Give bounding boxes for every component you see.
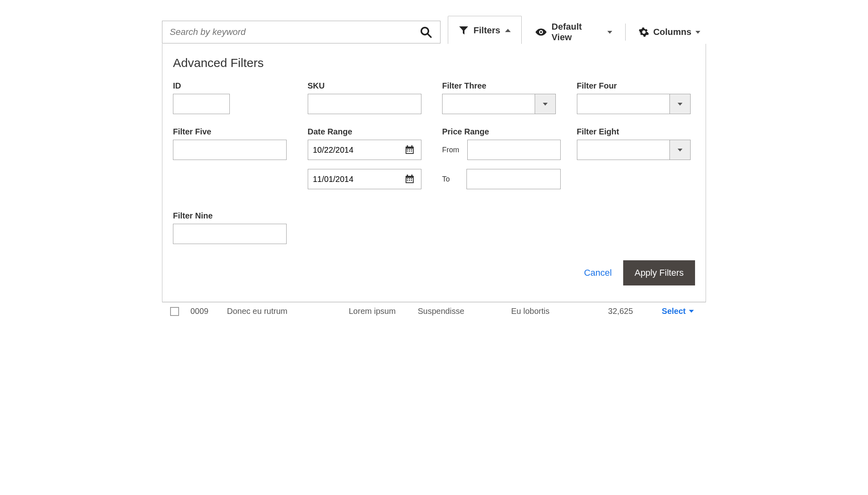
price-to-label: To bbox=[442, 175, 458, 184]
field-sku: SKU bbox=[308, 81, 426, 114]
chevron-down-icon bbox=[543, 103, 548, 106]
field-filter-three: Filter Three bbox=[442, 81, 561, 114]
table-row: 0009 Donec eu rutrum Lorem ipsum Suspend… bbox=[162, 302, 706, 316]
svg-rect-16 bbox=[407, 175, 408, 177]
filter-four-label: Filter Four bbox=[577, 81, 695, 91]
svg-rect-21 bbox=[407, 180, 408, 181]
eye-icon bbox=[535, 27, 547, 37]
svg-rect-13 bbox=[411, 151, 412, 151]
price-range-label: Price Range bbox=[442, 127, 561, 136]
filters-label: Filters bbox=[473, 25, 500, 36]
svg-line-1 bbox=[428, 34, 431, 37]
filter-eight-caret[interactable] bbox=[669, 140, 691, 160]
cancel-button[interactable]: Cancel bbox=[584, 268, 611, 278]
svg-rect-7 bbox=[411, 145, 412, 147]
svg-rect-19 bbox=[409, 178, 410, 179]
chevron-down-icon bbox=[678, 149, 682, 151]
field-id: ID bbox=[173, 81, 291, 114]
select-label: Select bbox=[662, 307, 686, 316]
columns-dropdown[interactable]: Columns bbox=[633, 27, 706, 37]
columns-label: Columns bbox=[653, 27, 691, 37]
field-filter-nine: Filter Nine bbox=[173, 211, 291, 244]
search-icon bbox=[420, 26, 432, 38]
filter-three-caret[interactable] bbox=[535, 94, 556, 114]
cell-name: Donec eu rutrum bbox=[227, 307, 349, 316]
chevron-up-icon bbox=[505, 29, 511, 32]
panel-actions: Cancel Apply Filters bbox=[173, 260, 695, 285]
svg-rect-6 bbox=[407, 145, 408, 147]
filter-nine-label: Filter Nine bbox=[173, 211, 291, 220]
svg-rect-11 bbox=[407, 151, 408, 151]
cell-id: 0009 bbox=[190, 307, 227, 316]
date-from-picker[interactable] bbox=[404, 140, 416, 160]
filter-nine-input[interactable] bbox=[173, 224, 287, 244]
field-date-range: Date Range bbox=[308, 127, 426, 198]
field-price-range: Price Range From To bbox=[442, 127, 561, 198]
date-range-label: Date Range bbox=[308, 127, 426, 136]
svg-rect-12 bbox=[409, 151, 410, 151]
filter-five-input[interactable] bbox=[173, 140, 287, 160]
svg-rect-23 bbox=[411, 180, 412, 181]
search-button[interactable] bbox=[416, 21, 436, 43]
svg-rect-17 bbox=[411, 175, 412, 177]
svg-point-3 bbox=[540, 31, 542, 33]
filters-tab[interactable]: Filters bbox=[448, 16, 522, 44]
calendar-icon bbox=[405, 174, 415, 184]
sku-input[interactable] bbox=[308, 94, 421, 114]
filter-three-label: Filter Three bbox=[442, 81, 561, 91]
cell-col4: Suspendisse bbox=[418, 307, 511, 316]
gear-icon bbox=[639, 27, 649, 37]
svg-rect-20 bbox=[411, 178, 412, 179]
price-from-input[interactable] bbox=[467, 140, 561, 160]
advanced-filters-panel: Advanced Filters ID SKU Filter Three bbox=[162, 44, 706, 302]
cell-col3: Lorem ipsum bbox=[349, 307, 418, 316]
chevron-down-icon bbox=[689, 310, 694, 313]
filter-five-label: Filter Five bbox=[173, 127, 291, 136]
svg-rect-10 bbox=[411, 149, 412, 150]
price-to-input[interactable] bbox=[466, 169, 560, 189]
separator bbox=[625, 24, 626, 41]
cell-number: 32,625 bbox=[576, 307, 645, 316]
svg-rect-9 bbox=[409, 149, 410, 150]
svg-rect-8 bbox=[407, 149, 408, 150]
field-filter-five: Filter Five bbox=[173, 127, 291, 198]
panel-title: Advanced Filters bbox=[173, 56, 695, 70]
row-checkbox[interactable] bbox=[170, 307, 179, 316]
field-filter-four: Filter Four bbox=[577, 81, 695, 114]
sku-label: SKU bbox=[308, 81, 426, 91]
chevron-down-icon bbox=[678, 103, 682, 106]
default-view-dropdown[interactable]: Default View bbox=[529, 22, 618, 43]
svg-rect-18 bbox=[407, 178, 408, 179]
apply-filters-button[interactable]: Apply Filters bbox=[623, 260, 695, 285]
toolbar: Filters Default View Columns bbox=[162, 20, 706, 44]
id-input[interactable] bbox=[173, 94, 230, 114]
svg-rect-22 bbox=[409, 180, 410, 181]
search-input[interactable] bbox=[162, 21, 440, 43]
chevron-down-icon bbox=[607, 31, 612, 34]
chevron-down-icon bbox=[695, 31, 700, 34]
filter-four-caret[interactable] bbox=[669, 94, 691, 114]
calendar-icon bbox=[405, 145, 415, 155]
id-label: ID bbox=[173, 81, 291, 91]
field-filter-eight: Filter Eight bbox=[577, 127, 695, 198]
price-from-label: From bbox=[442, 146, 459, 154]
row-action-select[interactable]: Select bbox=[645, 307, 694, 316]
default-view-label: Default View bbox=[552, 22, 603, 43]
filter-eight-label: Filter Eight bbox=[577, 127, 695, 136]
date-to-picker[interactable] bbox=[404, 169, 416, 189]
search-box bbox=[162, 21, 440, 43]
cell-col5: Eu lobortis bbox=[511, 307, 576, 316]
funnel-icon bbox=[459, 26, 469, 35]
